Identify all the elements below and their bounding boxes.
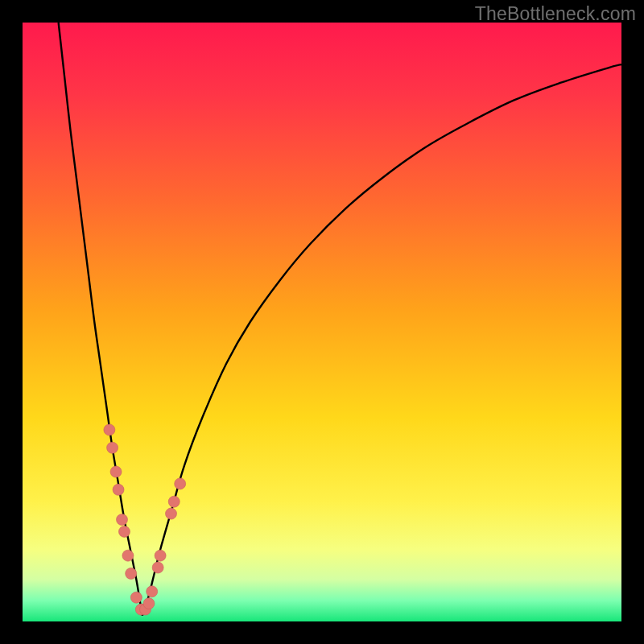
data-marker — [166, 508, 177, 519]
data-marker — [110, 466, 122, 477]
data-marker — [143, 598, 155, 609]
data-marker — [113, 484, 124, 495]
data-marker — [117, 514, 128, 526]
data-marker — [118, 526, 130, 537]
data-marker — [155, 550, 166, 561]
data-marker — [107, 442, 118, 453]
data-marker — [152, 562, 163, 573]
watermark-text: TheBottleneck.com — [475, 3, 636, 25]
data-marker — [130, 592, 142, 603]
data-marker — [122, 550, 134, 561]
data-markers — [104, 424, 186, 615]
chart-frame — [23, 23, 621, 621]
curve-left-branch — [59, 23, 142, 616]
data-marker — [147, 586, 158, 597]
data-marker — [126, 568, 137, 579]
data-marker — [104, 424, 115, 436]
data-marker — [175, 478, 186, 489]
curve-right-branch — [142, 64, 621, 615]
data-marker — [168, 496, 180, 507]
chart-svg — [23, 23, 621, 621]
